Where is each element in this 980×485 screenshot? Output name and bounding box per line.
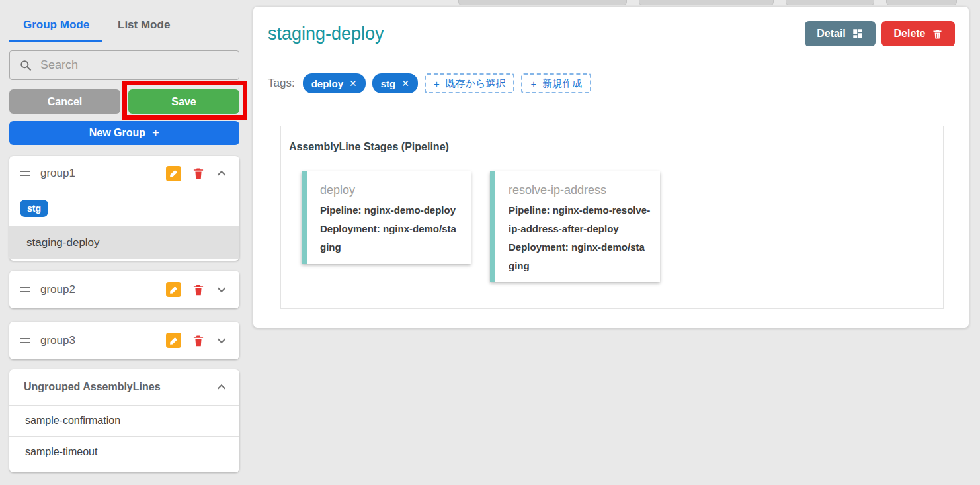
ungrouped-card: Ungrouped AssemblyLines sample-confirmat…	[9, 369, 239, 472]
drag-handle-icon[interactable]	[20, 287, 30, 292]
delete-button[interactable]: Delete	[881, 21, 955, 46]
stages-section: AssemblyLine Stages (Pipeline) deploy Pi…	[280, 126, 944, 309]
delete-button-label: Delete	[893, 28, 925, 40]
stage-name: deploy	[307, 171, 471, 201]
dashboard-icon	[852, 28, 864, 40]
delete-group-icon[interactable]	[192, 167, 205, 180]
cutoff-toolbar-button	[639, 0, 774, 5]
create-new-tag-button[interactable]: + 新規作成	[521, 73, 591, 93]
search-box[interactable]	[9, 50, 239, 80]
cutoff-toolbar-button	[886, 0, 957, 5]
group-card-group3: group3	[9, 322, 239, 359]
detail-button[interactable]: Detail	[805, 21, 876, 46]
search-icon	[19, 59, 32, 72]
group-card-group1: group1 stg staging-deploy	[9, 156, 239, 261]
new-group-button[interactable]: New Group +	[9, 121, 239, 145]
tab-list-mode[interactable]: List Mode	[118, 19, 170, 32]
create-new-tag-label: 新規作成	[542, 77, 582, 90]
stage-deployment: Deployment: nginx-demo/staging	[495, 238, 660, 275]
save-button[interactable]: Save	[128, 89, 239, 114]
group-tag-row: stg	[9, 191, 239, 226]
pencil-icon	[169, 169, 179, 178]
cutoff-toolbar-button	[458, 0, 627, 5]
stage-pipeline: Pipeline: nginx-demo-deploy	[307, 201, 471, 220]
assemblyline-item[interactable]: sample-confirmation	[9, 405, 239, 436]
assemblyline-item[interactable]: sample-timeout	[9, 436, 239, 467]
edit-group-button[interactable]	[166, 333, 181, 348]
chevron-down-icon[interactable]	[214, 333, 229, 348]
active-tab-underline	[9, 40, 102, 42]
tags-row: Tags: deploy ✕ stg ✕ + 既存から選択 + 新規作成	[268, 73, 591, 93]
search-input[interactable]	[40, 58, 229, 72]
group-card-group2: group2	[9, 271, 239, 308]
tag-chip-label: stg	[381, 78, 396, 89]
chevron-down-icon[interactable]	[214, 283, 229, 297]
group-name: group2	[40, 283, 166, 296]
group-header[interactable]: group2	[9, 271, 239, 308]
tag-chip-deploy[interactable]: deploy ✕	[303, 73, 366, 93]
chevron-up-icon[interactable]	[214, 166, 229, 181]
tags-label: Tags:	[268, 77, 295, 90]
tag-chip-label: deploy	[311, 78, 343, 89]
group-name: group1	[40, 167, 166, 180]
tab-group-mode[interactable]: Group Mode	[23, 19, 89, 32]
group-tag-chip: stg	[20, 200, 48, 217]
group-name: group3	[40, 334, 166, 347]
chevron-up-icon[interactable]	[214, 380, 229, 394]
plus-icon: +	[152, 126, 159, 140]
remove-tag-icon[interactable]: ✕	[349, 78, 357, 89]
trash-icon	[932, 28, 943, 40]
stage-card-resolve-ip-address[interactable]: resolve-ip-address Pipeline: nginx-demo-…	[490, 171, 660, 282]
group-header[interactable]: group3	[9, 322, 239, 359]
pencil-icon	[169, 336, 179, 345]
delete-group-icon[interactable]	[192, 283, 205, 296]
add-existing-tag-label: 既存から選択	[446, 77, 506, 90]
detail-button-label: Detail	[817, 28, 846, 40]
stage-card-deploy[interactable]: deploy Pipeline: nginx-demo-deploy Deplo…	[302, 171, 471, 264]
edit-group-button[interactable]	[166, 166, 181, 181]
plus-icon: +	[530, 78, 536, 89]
stage-name: resolve-ip-address	[495, 171, 660, 201]
cutoff-toolbar-button	[786, 0, 874, 5]
add-existing-tag-button[interactable]: + 既存から選択	[425, 73, 514, 93]
stages-section-title: AssemblyLine Stages (Pipeline)	[289, 141, 449, 153]
drag-handle-icon[interactable]	[20, 338, 30, 343]
ungrouped-title: Ungrouped AssemblyLines	[24, 381, 214, 393]
cancel-button[interactable]: Cancel	[9, 89, 120, 114]
edit-group-button[interactable]	[166, 282, 181, 297]
plus-icon: +	[434, 78, 440, 89]
group-header[interactable]: group1	[9, 156, 239, 191]
ungrouped-header[interactable]: Ungrouped AssemblyLines	[9, 369, 239, 405]
new-group-label: New Group	[89, 127, 145, 139]
pencil-icon	[169, 285, 179, 294]
delete-group-icon[interactable]	[192, 334, 205, 347]
page-title: staging-deploy	[268, 24, 384, 44]
tag-chip-stg[interactable]: stg ✕	[372, 73, 418, 93]
stage-pipeline: Pipeline: nginx-demo-resolve-ip-address-…	[495, 201, 660, 238]
assemblyline-item-selected[interactable]: staging-deploy	[9, 226, 239, 259]
drag-handle-icon[interactable]	[20, 171, 30, 176]
detail-panel: staging-deploy Detail Delete Tags: deplo…	[253, 7, 969, 328]
remove-tag-icon[interactable]: ✕	[401, 78, 409, 89]
stage-deployment: Deployment: nginx-demo/staging	[307, 220, 471, 257]
